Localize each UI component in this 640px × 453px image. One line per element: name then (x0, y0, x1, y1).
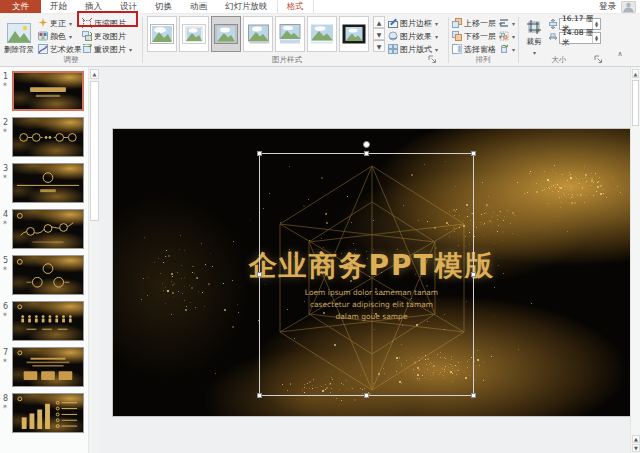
arrange-group-label: 排列 (448, 55, 518, 65)
tab-file[interactable]: 文件 (0, 0, 41, 13)
animation-star-icon: ✶ (2, 357, 8, 365)
crop-icon (526, 19, 542, 35)
picture-style-4[interactable] (243, 16, 273, 52)
rotate-button[interactable] (499, 43, 515, 55)
format-ribbon: 删除背景 更正 颜色 艺术效果 压缩图片 更改图片 重设图片 (0, 14, 640, 67)
picture-style-6[interactable] (307, 16, 337, 52)
picture-effects-button[interactable]: 图片效果 (388, 30, 438, 42)
color-icon (38, 31, 48, 41)
reset-picture-icon (82, 44, 92, 54)
thumbnail-row-8: 8 ✶ (0, 392, 88, 438)
tab-insert[interactable]: 插入 (76, 0, 111, 13)
picture-layout-button[interactable]: 图片版式 (388, 43, 438, 55)
slide-thumbnail-2[interactable] (12, 117, 84, 157)
picture-selection-box[interactable] (259, 153, 474, 396)
rotate-icon (499, 44, 509, 54)
next-slide-button[interactable]: ▼ (632, 444, 640, 452)
slide-number: 5 (3, 256, 8, 265)
compress-pictures-icon (82, 18, 92, 28)
shape-width-field[interactable]: 14.08 厘米 ▲▼ (559, 32, 601, 44)
vertical-scrollbar[interactable]: ▲ ▲ ▼ (630, 67, 640, 453)
workspace: 1 ✶ 2 ✶ 3 ✶ 4 ✶ (0, 67, 640, 453)
thumbnail-row-2: 2 ✶ (0, 116, 88, 162)
thumbnail-row-7: 7 ✶ (0, 346, 88, 392)
thumbnail-scrollbar[interactable]: ▲ (88, 67, 100, 453)
artistic-effects-button[interactable]: 艺术效果 (38, 43, 88, 55)
animation-star-icon: ✶ (2, 219, 8, 227)
resize-handle-e[interactable] (471, 272, 476, 277)
picture-effects-icon (388, 31, 398, 41)
resize-handle-nw[interactable] (257, 151, 262, 156)
slide-thumbnail-panel: 1 ✶ 2 ✶ 3 ✶ 4 ✶ (0, 67, 88, 453)
picture-layout-icon (388, 44, 398, 54)
picture-style-3-selected[interactable] (211, 16, 241, 52)
send-backward-button[interactable]: 下移一层 (452, 30, 502, 42)
thumbnail-scroll-up-button[interactable]: ▲ (90, 69, 99, 79)
rotation-handle[interactable] (363, 141, 370, 148)
thumbnail-scrollbar-thumb[interactable] (90, 81, 99, 221)
slide-thumbnail-6[interactable] (12, 301, 84, 341)
resize-handle-n[interactable] (364, 151, 369, 156)
picture-border-button[interactable]: 图片边框 (388, 17, 438, 29)
tab-transitions[interactable]: 切换 (146, 0, 181, 13)
slide-number: 2 (3, 118, 8, 127)
previous-slide-button[interactable]: ▲ (632, 435, 640, 443)
resize-handle-s[interactable] (364, 393, 369, 398)
picture-style-7[interactable] (339, 16, 369, 52)
resize-handle-w[interactable] (257, 272, 262, 277)
slide-thumbnail-3[interactable] (12, 163, 84, 203)
animation-star-icon: ✶ (2, 265, 8, 273)
tab-format[interactable]: 格式 (277, 0, 314, 13)
gallery-scroll-up-button[interactable]: ▲ (373, 16, 385, 28)
change-picture-button[interactable]: 更改图片 (82, 30, 126, 42)
slide-editor-area: 企业商务PPT模版 Loem ipsum dolor sameman tanam… (100, 67, 630, 453)
color-button[interactable]: 颜色 (38, 30, 72, 42)
tab-design[interactable]: 设计 (111, 0, 146, 13)
slide-number: 4 (3, 210, 8, 219)
collapse-ribbon-button[interactable]: ∧ (612, 50, 628, 62)
picture-style-5[interactable] (275, 16, 305, 52)
tab-home[interactable]: 开始 (41, 0, 76, 13)
picture-style-1[interactable] (147, 16, 177, 52)
animation-star-icon: ✶ (2, 403, 8, 411)
thumbnail-row-6: 6 ✶ (0, 300, 88, 346)
slide-thumbnail-1[interactable] (12, 71, 84, 111)
slide-thumbnail-7[interactable] (12, 347, 84, 387)
resize-handle-se[interactable] (471, 393, 476, 398)
scroll-up-button[interactable]: ▲ (632, 69, 639, 78)
tab-slideshow[interactable]: 幻灯片放映 (216, 0, 277, 13)
sign-in-link[interactable]: 登录 (599, 1, 616, 13)
compress-pictures-button[interactable]: 压缩图片 (82, 17, 126, 29)
size-dialog-launcher[interactable] (594, 55, 603, 64)
bring-forward-icon (452, 18, 462, 28)
selection-pane-button[interactable]: 选择窗格 (452, 43, 496, 55)
resize-handle-ne[interactable] (471, 151, 476, 156)
thumbnail-row-1: 1 ✶ (0, 70, 88, 116)
ribbon-tab-bar: 文件 开始 插入 设计 切换 动画 幻灯片放映 格式 登录 (0, 0, 640, 14)
change-picture-icon (82, 31, 92, 41)
user-avatar-icon[interactable] (621, 1, 636, 13)
align-button[interactable] (499, 17, 515, 29)
crop-button[interactable]: 裁剪 (521, 16, 547, 58)
gallery-scroll-down-button[interactable]: ▼ (373, 28, 385, 40)
picture-border-icon (388, 18, 398, 28)
slide-canvas[interactable]: 企业商务PPT模版 Loem ipsum dolor sameman tanam… (113, 129, 630, 416)
slide-thumbnail-8[interactable] (12, 393, 84, 433)
animation-star-icon: ✶ (2, 81, 8, 89)
corrections-button[interactable]: 更正 (38, 17, 72, 29)
picture-styles-dialog-launcher[interactable] (428, 55, 437, 64)
tab-animations[interactable]: 动画 (181, 0, 216, 13)
width-spinner[interactable]: ▲▼ (592, 33, 600, 43)
group-objects-button[interactable] (499, 30, 515, 42)
slide-thumbnail-5[interactable] (12, 255, 84, 295)
thumbnail-row-5: 5 ✶ (0, 254, 88, 300)
resize-handle-sw[interactable] (257, 393, 262, 398)
picture-style-2[interactable] (179, 16, 209, 52)
gallery-more-button[interactable]: ▼ (373, 40, 385, 52)
reset-picture-button[interactable]: 重设图片 (82, 43, 132, 55)
slide-thumbnail-4[interactable] (12, 209, 84, 249)
size-group-label: 大小 (518, 55, 600, 65)
bring-forward-button[interactable]: 上移一层 (452, 17, 502, 29)
scrollbar-thumb[interactable] (632, 80, 639, 126)
animation-star-icon: ✶ (2, 311, 8, 319)
